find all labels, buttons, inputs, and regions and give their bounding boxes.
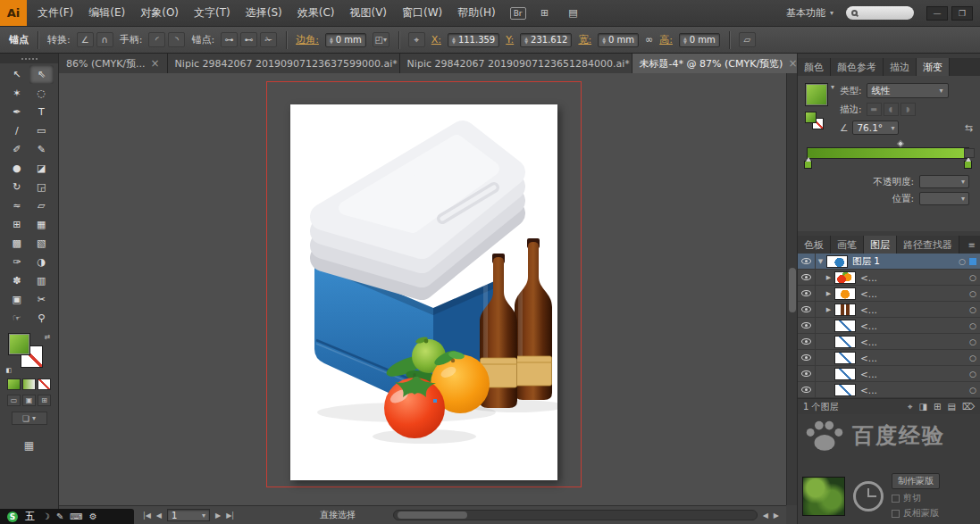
locate-object-icon[interactable]: ⌖ [908,402,913,412]
y-link[interactable]: Y: [506,34,514,46]
layer-label[interactable]: <... [860,288,966,299]
gradient-midpoint-handle[interactable] [897,140,904,147]
expand-arrow[interactable]: ▼ [816,258,825,265]
restore-button[interactable]: ❐ [951,6,973,21]
menu-item[interactable]: 文件(F) [38,5,73,21]
reverse-gradient-icon[interactable]: ⇆ [965,122,973,134]
panel-tab[interactable]: 画笔 [831,236,864,254]
remove-anchor-button[interactable]: ⊶ [221,32,238,47]
new-layer-icon[interactable]: ▤ [947,402,955,412]
zoom-tool[interactable]: ⚲ [29,309,54,328]
stepper-icon[interactable]: ▲▼ [452,37,456,44]
hide-handles-button[interactable]: ◝ [168,32,185,47]
layer-target-icon[interactable]: ○ [966,370,980,378]
selection-tool[interactable]: ↖ [4,65,29,84]
menu-item[interactable]: 窗口(W) [402,5,442,21]
new-sublayer-icon[interactable]: ⊞ [934,402,941,412]
perspective-grid-tool[interactable]: ▦ [29,215,54,234]
scroll-left-button[interactable]: ◀ [763,512,768,520]
visibility-toggle[interactable] [798,334,816,349]
visibility-toggle[interactable] [798,270,816,285]
make-clipping-mask-icon[interactable]: ◨ [919,402,927,412]
panel-tab[interactable]: 色板 [798,236,831,254]
layer-row[interactable]: ▼ 图层 1 ○ [798,254,980,270]
layer-label[interactable]: 图层 1 [852,255,955,268]
height-link[interactable]: 高: [659,33,673,46]
scrollbar-thumb[interactable] [789,268,796,312]
draw-normal-button[interactable]: ▭ [7,395,21,406]
cut-path-button[interactable]: ✁ [260,32,277,47]
gradient-stop-left[interactable] [804,161,812,169]
panel-menu-icon[interactable]: ≡ [964,236,980,254]
layer-row[interactable]: <... ○ [798,366,980,382]
blob-brush-tool[interactable]: ● [4,159,29,178]
document-tab[interactable]: 未标题-4* @ 87% (CMYK/预览) × [632,54,806,73]
gradient-type-select[interactable]: 线性 ▾ [867,83,949,98]
convert-to-smooth-button[interactable]: ∩ [96,32,113,47]
invert-mask-checkbox[interactable] [892,510,900,518]
canvas[interactable] [59,73,786,505]
slice-tool[interactable]: ✂ [29,290,54,309]
menu-item[interactable]: 文字(T) [194,5,230,21]
height-input[interactable]: ▲▼ 0 mm [679,33,720,47]
symbol-sprayer-tool[interactable]: ✽ [4,271,29,290]
visibility-toggle[interactable] [798,302,816,317]
panel-tab[interactable]: 图层 [864,236,897,254]
panel-tab[interactable]: 颜色参考 [831,58,884,76]
close-icon[interactable]: × [788,57,797,70]
width-tool[interactable]: ≈ [4,196,29,215]
expand-arrow[interactable]: ▶ [824,290,833,297]
scrollbar-thumb[interactable] [398,512,467,519]
connect-anchors-button[interactable]: ⊷ [240,32,257,47]
panel-tab[interactable]: 路径查找器 [897,236,959,254]
screen-mode-button[interactable]: ❏ ▾ [12,412,47,425]
layer-label[interactable]: <... [860,385,966,395]
layer-target-icon[interactable]: ○ [966,321,980,330]
stop-location-select[interactable]: ▾ [919,192,969,205]
scroll-right-button[interactable]: ▶ [774,512,779,520]
minimize-button[interactable]: — [926,6,948,21]
layer-target-icon[interactable]: ○ [966,289,980,298]
artboard-tool[interactable]: ▣ [4,290,29,309]
visibility-toggle[interactable] [798,318,816,333]
draw-inside-button[interactable]: ⊞ [38,395,51,406]
blend-tool[interactable]: ◑ [29,253,54,271]
chevron-down-icon[interactable]: ▾ [831,83,834,91]
color-button[interactable] [7,378,21,390]
gradient-tool[interactable]: ▧ [29,234,54,253]
layer-row[interactable]: <... ○ [798,382,980,398]
gradient-swatch[interactable] [805,83,828,106]
settings-icon[interactable]: ⚙ [89,512,97,521]
stop-opacity-select[interactable]: ▾ [919,175,969,188]
layer-target-icon[interactable]: ○ [966,337,980,346]
layer-target-icon[interactable]: ○ [966,273,980,282]
stepper-icon[interactable]: ▲▼ [330,37,333,44]
stepper-icon[interactable]: ▲▼ [683,37,687,44]
keyboard-icon[interactable]: ⌨ [70,512,82,521]
layer-label[interactable]: <... [860,353,966,363]
gradient-slider[interactable] [807,147,969,159]
workspace-switcher[interactable]: 基本功能 ▾ [786,6,833,20]
visibility-toggle[interactable] [798,350,816,365]
pencil-tool[interactable]: ✎ [29,140,54,159]
width-input[interactable]: ▲▼ 0 mm [598,33,639,47]
x-input[interactable]: ▲▼ 111.359 [448,33,499,47]
column-graph-tool[interactable]: ▥ [29,271,54,290]
stepper-icon[interactable]: ▲▼ [524,37,528,44]
pen-tool[interactable]: ✒ [4,103,29,121]
expand-arrow[interactable]: ▶ [824,306,833,313]
default-fill-stroke-icon[interactable]: ◧ [6,367,13,374]
delete-stop-button[interactable] [964,148,975,158]
hand-tool[interactable]: ☞ [4,309,29,328]
visibility-toggle[interactable] [798,286,816,301]
gradient-along-stroke-button[interactable]: ◖ [884,103,899,116]
layer-row[interactable]: <... ○ [798,334,980,350]
fill-swatch[interactable] [8,333,30,355]
collage-panel-icon[interactable]: ▦ [20,437,39,453]
gradient-stop-right[interactable] [964,161,972,169]
bridge-icon[interactable]: Br [510,7,526,20]
transform-options-icon[interactable]: ▱ [739,32,756,47]
paintbrush-tool[interactable]: ✐ [4,140,29,159]
lasso-tool[interactable]: ◌ [29,84,54,103]
y-input[interactable]: ▲▼ 231.612 [520,33,572,47]
